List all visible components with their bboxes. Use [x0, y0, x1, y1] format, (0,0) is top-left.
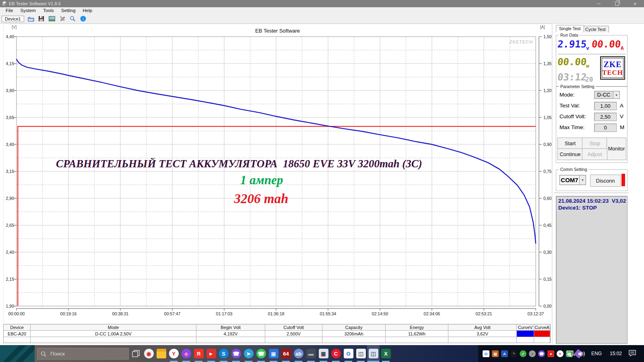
start-button[interactable]: Start: [557, 138, 583, 149]
table-row[interactable]: EBC-A20D-CC 1,00A 2,50V4,192V2,500V3206m…: [4, 331, 550, 337]
calculator-icon: ▦: [319, 349, 328, 358]
tab-single-test[interactable]: Single Test: [556, 25, 584, 32]
speaker-icon[interactable]: [578, 351, 586, 357]
eb-tester-icon[interactable]: ◫: [355, 345, 367, 362]
test-val-field[interactable]: 1,00: [594, 102, 617, 110]
taskbar-search[interactable]: [37, 348, 129, 360]
zoom-icon[interactable]: [69, 15, 76, 22]
close-button[interactable]: ×: [626, 0, 644, 7]
adjust-button[interactable]: Adjust: [582, 148, 607, 160]
zona-icon[interactable]: O: [342, 345, 355, 362]
photos-icon: ▣: [269, 349, 279, 358]
network-icon[interactable]: [567, 351, 576, 357]
about-icon[interactable]: i: [80, 15, 87, 22]
menu-system[interactable]: System: [17, 7, 39, 14]
cutoff-volt-field[interactable]: 2,50: [594, 113, 617, 121]
run-data-label: Run Data: [559, 33, 579, 37]
translator-tray-icon[interactable]: A: [500, 350, 509, 357]
recorder-tray-icon[interactable]: ●: [546, 350, 555, 357]
taskbar-clock[interactable]: 15:02: [606, 351, 625, 356]
books-tray-icon[interactable]: ▤: [491, 350, 500, 357]
time-display: 03:12: [557, 72, 587, 83]
excel-icon[interactable]: X: [380, 345, 392, 362]
disconnect-button[interactable]: Disconn: [590, 175, 621, 187]
save-icon[interactable]: [38, 15, 45, 22]
device-tray-icon[interactable]: ◗: [528, 350, 537, 357]
tab-cycle-test[interactable]: Cycle Test: [582, 26, 609, 33]
viber-tray-icon[interactable]: ☎: [537, 350, 546, 357]
table-cell: 3,62V: [448, 331, 517, 337]
menu-file[interactable]: File: [2, 7, 17, 14]
skype-icon[interactable]: S: [217, 345, 230, 362]
table-cell: [322, 337, 386, 343]
satellite-tray-icon[interactable]: ◝: [509, 350, 518, 357]
menu-help[interactable]: Help: [79, 7, 96, 14]
minimize-button[interactable]: [590, 0, 608, 7]
whatsapp-icon[interactable]: ☎: [255, 345, 267, 362]
column-header: CurveV: [517, 325, 534, 331]
x-tick-label: 00:00:00: [4, 311, 29, 316]
logo-zke-text: ZKE: [603, 60, 621, 69]
tools-icon[interactable]: [59, 15, 66, 22]
time-seconds-display: 20: [585, 76, 593, 83]
window-title: EB Tester Software V1.8.5: [9, 1, 61, 6]
start-button[interactable]: [0, 345, 35, 362]
table-cell: [517, 337, 534, 343]
yandex-start-icon: C: [331, 349, 341, 358]
player-app-icon[interactable]: ►: [205, 345, 217, 362]
max-time-field[interactable]: 0: [594, 123, 617, 132]
antivirus-tray-icon[interactable]: ✓: [518, 350, 528, 357]
x-tick-label: 00:19:16: [56, 311, 81, 316]
calculator-icon[interactable]: ▦: [317, 345, 330, 362]
monitor-button[interactable]: Monitor: [607, 138, 626, 160]
menu-bar: FileSystemToolsSettingHelp: [0, 7, 644, 14]
viber-icon[interactable]: ☎: [230, 345, 242, 362]
menu-tools[interactable]: Tools: [39, 7, 58, 14]
device-tab[interactable]: Device1: [2, 16, 24, 22]
language-indicator[interactable]: ENG: [588, 351, 605, 356]
chevron-down-icon[interactable]: ▼: [613, 91, 619, 99]
curve-a-swatch: [534, 331, 550, 337]
com-port-dropdown[interactable]: COM7 ▼: [559, 175, 586, 185]
task-view-icon[interactable]: [132, 350, 140, 357]
notification-icon[interactable]: [629, 350, 636, 358]
mode-dropdown[interactable]: D-CC ▼: [594, 91, 620, 99]
keyboard-app-icon[interactable]: ▬: [305, 345, 317, 362]
media-app-icon[interactable]: ◉: [142, 345, 155, 362]
ab-app-icon[interactable]: ab: [292, 345, 305, 362]
eb-tester-active-icon: ◫: [369, 349, 378, 358]
restore-button[interactable]: [608, 0, 626, 7]
table-cell: 4,192V: [196, 331, 265, 337]
stop-button[interactable]: Stop: [582, 138, 607, 149]
power-unit: w: [586, 63, 589, 69]
menu-setting[interactable]: Setting: [58, 7, 79, 14]
chevron-down-icon[interactable]: ▼: [579, 175, 586, 185]
y-left-tick-label: 3,40: [4, 142, 14, 147]
search-input[interactable]: [50, 350, 116, 357]
yandex-start-icon[interactable]: C: [330, 345, 342, 362]
export-image-icon[interactable]: [48, 15, 56, 22]
recorder-tray-icon: ●: [547, 350, 554, 357]
column-header: Avg Volt: [448, 325, 517, 331]
photos-icon[interactable]: ▣: [267, 345, 280, 362]
table-cell: EBC-A20: [4, 331, 31, 337]
voltage-unit: v: [586, 45, 589, 51]
yandex-music-icon[interactable]: ◆: [180, 345, 192, 362]
yandex-app-icon[interactable]: Я: [192, 345, 205, 362]
y-left-tick-label: 3,15: [4, 169, 14, 174]
device-log: 21.08.2024 15:02:23 V3,02 Device1: STOP: [556, 196, 627, 344]
eb-tester-active-icon[interactable]: ◫: [367, 345, 380, 362]
table-cell: [534, 331, 550, 337]
table-cell: D-CC 1,00A 2,50V: [31, 331, 196, 337]
current-display: 00.00: [591, 39, 621, 50]
open-file-icon[interactable]: [27, 15, 35, 22]
yandex-tray-icon[interactable]: Y: [555, 350, 565, 357]
yandex-browser-icon: Y: [169, 349, 179, 358]
continue-button[interactable]: Continue: [557, 148, 583, 160]
mode-value: D-CC: [594, 91, 613, 99]
telegram-icon[interactable]: ➤: [242, 345, 255, 362]
file-explorer-icon[interactable]: [155, 345, 167, 362]
yandex-browser-icon[interactable]: Y: [167, 345, 180, 362]
browser-o-tray-icon[interactable]: O: [481, 350, 491, 357]
app64-icon[interactable]: 64: [280, 345, 292, 362]
